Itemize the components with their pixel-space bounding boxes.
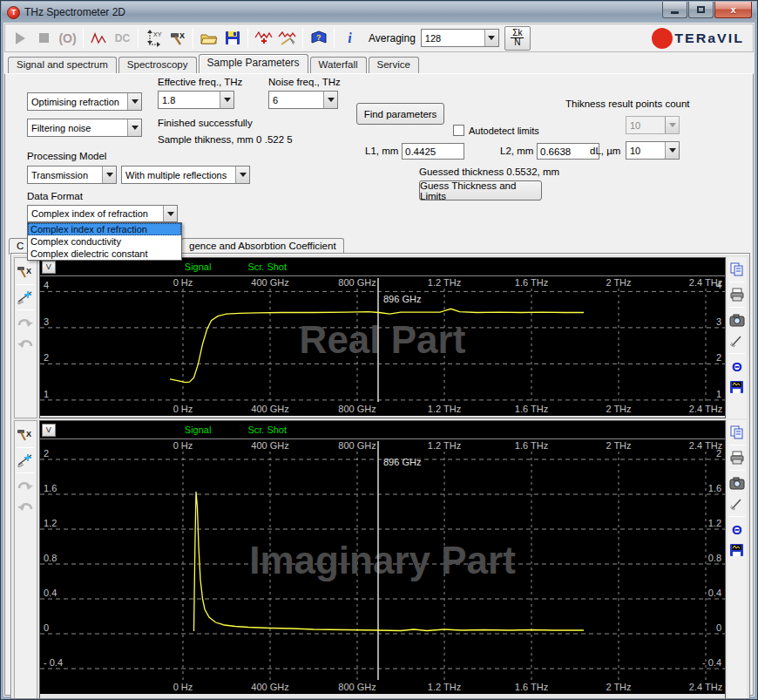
- svg-text:XY: XY: [153, 31, 162, 37]
- window-title: THz Spectrometer 2D: [24, 6, 125, 18]
- tab-service[interactable]: Service: [369, 57, 419, 73]
- filtering-dropdown-arrow[interactable]: [127, 119, 141, 136]
- noise-freq-dropdown-arrow[interactable]: [323, 92, 337, 108]
- processing-model-combo[interactable]: Transmission: [27, 166, 117, 184]
- clear-signal-button[interactable]: [276, 27, 298, 50]
- real-part-chart-group: X V Signal Scr. Shot: [14, 257, 747, 418]
- save-plot-icon[interactable]: [728, 378, 747, 396]
- maximize-button[interactable]: [688, 2, 714, 18]
- svg-text:400 GHz: 400 GHz: [251, 440, 288, 451]
- main-toolbar: (O) DC XY X: [4, 24, 754, 52]
- help-book-icon: ?: [310, 31, 328, 45]
- autodetect-checkbox[interactable]: Autodetect limits: [453, 125, 539, 136]
- data-format-dropdown-arrow[interactable]: [163, 206, 177, 221]
- chart-v-button[interactable]: V: [42, 261, 56, 274]
- svg-text:4: 4: [716, 280, 721, 290]
- chart-v-button[interactable]: V: [42, 424, 56, 437]
- signal-legend-label[interactable]: Signal: [185, 425, 212, 435]
- reflections-combo[interactable]: With multiple reflections: [121, 166, 250, 184]
- svg-text:2 THz: 2 THz: [606, 277, 631, 288]
- clear-plot-icon[interactable]: [728, 332, 747, 350]
- average-sigma-button[interactable]: Σk N: [504, 26, 531, 51]
- svg-text:2: 2: [44, 352, 49, 363]
- save-icon: [225, 31, 240, 45]
- list-item-dielectric[interactable]: Complex dielectric constant: [28, 248, 181, 260]
- real-part-plot[interactable]: 0 Hz0 Hz400 GHz400 GHz800 GHz800 GHz1.2 …: [40, 276, 725, 418]
- print-icon[interactable]: [728, 286, 747, 303]
- undo-icon[interactable]: [16, 335, 35, 352]
- optimising-dropdown-arrow[interactable]: [127, 93, 141, 110]
- snapshot-icon[interactable]: [728, 311, 747, 329]
- svg-text:X: X: [26, 267, 31, 275]
- open-button[interactable]: [198, 27, 220, 50]
- noise-freq-combo[interactable]: 6: [268, 91, 338, 109]
- stop-button[interactable]: [33, 27, 55, 50]
- save-plot-icon[interactable]: [728, 541, 747, 559]
- signal-wave-button[interactable]: [88, 27, 110, 50]
- redo-icon[interactable]: [16, 314, 35, 331]
- chart-left-toolbar: X: [14, 420, 37, 699]
- marker-tool-icon[interactable]: [16, 452, 35, 469]
- signal-legend-label[interactable]: Signal: [185, 262, 212, 272]
- redo-icon[interactable]: [16, 477, 35, 494]
- setup-tools-button[interactable]: X: [166, 27, 188, 50]
- svg-text:800 GHz: 800 GHz: [338, 440, 376, 451]
- copy-icon[interactable]: [728, 261, 747, 278]
- screenshot-label[interactable]: Scr. Shot: [247, 425, 287, 435]
- save-button[interactable]: [221, 27, 243, 50]
- hammer-x-icon[interactable]: X: [16, 263, 35, 281]
- filtering-combo[interactable]: Filtering noise: [27, 119, 142, 137]
- close-button[interactable]: x: [714, 2, 752, 18]
- clear-signal-icon: [278, 31, 297, 46]
- effective-freq-value: 1.8: [159, 95, 220, 105]
- find-parameters-button[interactable]: Find parameters: [356, 103, 444, 125]
- data-format-open-list: Complex index of refraction Complex cond…: [27, 222, 182, 261]
- dc-button[interactable]: DC: [112, 27, 133, 50]
- svg-text:2 THz: 2 THz: [606, 440, 631, 451]
- optimising-combo[interactable]: Optimising refraction: [27, 92, 142, 111]
- hammer-x-icon[interactable]: X: [16, 426, 35, 444]
- svg-text:0.4: 0.4: [708, 588, 721, 598]
- data-format-combo[interactable]: Complex index of refraction: [27, 205, 178, 222]
- chart-right-toolbar: Θ: [728, 257, 747, 418]
- add-signal-button[interactable]: [253, 27, 274, 50]
- tab-sample-parameters[interactable]: Sample Parameters: [199, 54, 308, 73]
- xy-scale-button[interactable]: XY: [143, 27, 165, 50]
- averaging-dropdown-arrow[interactable]: [484, 30, 498, 46]
- info-button[interactable]: i: [339, 27, 361, 50]
- autodetect-checkbox-box[interactable]: [453, 125, 464, 136]
- averaging-combo[interactable]: 128: [421, 29, 499, 47]
- undo-icon[interactable]: [16, 498, 35, 515]
- brand-logo: TERaVIL: [652, 28, 744, 49]
- tab-signal-and-spectrum[interactable]: Signal and spectrum: [8, 57, 117, 73]
- effective-freq-combo[interactable]: 1.8: [158, 91, 234, 109]
- dl-dropdown-arrow[interactable]: [665, 142, 679, 159]
- optimising-value: Optimising refraction: [28, 97, 127, 107]
- l1-input[interactable]: [402, 143, 464, 160]
- tab-waterfall[interactable]: Waterfall: [310, 57, 367, 73]
- list-item-conductivity[interactable]: Complex conductivity: [28, 235, 181, 248]
- update-icon[interactable]: Θ: [728, 357, 747, 375]
- play-button[interactable]: [10, 27, 31, 50]
- dl-combo[interactable]: 10: [626, 141, 680, 160]
- effective-freq-dropdown-arrow[interactable]: [220, 92, 233, 108]
- titlebar[interactable]: THz Spectrometer 2D x: [2, 2, 756, 23]
- imaginary-part-plot[interactable]: 0 Hz0 Hz400 GHz400 GHz800 GHz800 GHz1.2 …: [40, 439, 725, 698]
- processing-model-dropdown-arrow[interactable]: [102, 167, 116, 183]
- guess-thickness-button[interactable]: Guess Thickness and Limits: [419, 180, 542, 200]
- minimize-button[interactable]: [662, 2, 687, 18]
- clear-plot-icon[interactable]: [728, 495, 747, 513]
- record-button[interactable]: (O): [57, 27, 78, 50]
- print-icon[interactable]: [728, 449, 747, 466]
- svg-text:0 Hz: 0 Hz: [173, 682, 193, 692]
- reflections-dropdown-arrow[interactable]: [235, 167, 249, 183]
- list-item-refraction[interactable]: Complex index of refraction: [28, 223, 181, 235]
- marker-tool-icon[interactable]: [16, 289, 35, 306]
- screenshot-label[interactable]: Scr. Shot: [247, 262, 287, 272]
- svg-text:1: 1: [44, 389, 49, 399]
- help-button[interactable]: ?: [308, 27, 329, 50]
- copy-icon[interactable]: [728, 424, 747, 441]
- update-icon[interactable]: Θ: [728, 520, 747, 538]
- tab-spectroscopy[interactable]: Spectroscopy: [118, 57, 197, 73]
- snapshot-icon[interactable]: [728, 474, 747, 492]
